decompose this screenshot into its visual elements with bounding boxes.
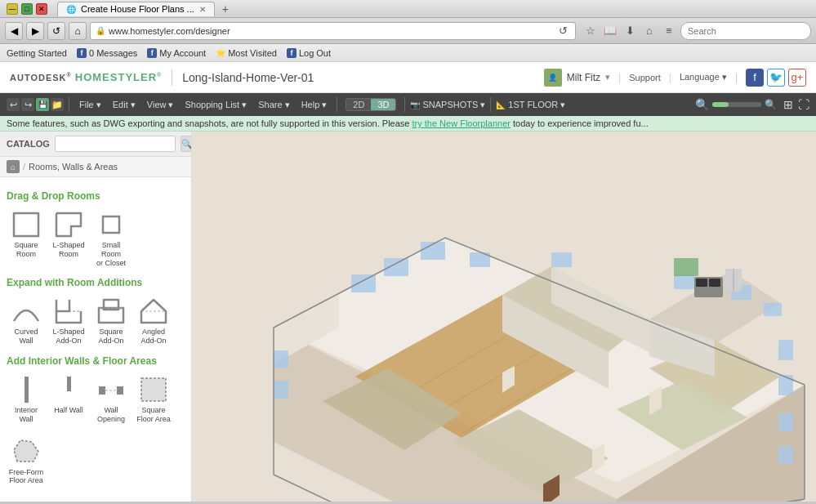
maximize-button[interactable]: □ bbox=[21, 3, 33, 15]
l-shaped-room-item[interactable]: L-ShapedRoom bbox=[49, 207, 88, 270]
save-icon[interactable]: 💾 bbox=[36, 98, 49, 111]
menu-icon[interactable]: ≡ bbox=[661, 23, 677, 39]
reload-icon[interactable]: ↺ bbox=[555, 24, 570, 38]
view-menu[interactable]: View ▾ bbox=[142, 96, 179, 114]
fullscreen-icon[interactable]: ⛶ bbox=[798, 98, 809, 111]
file-menu[interactable]: File ▾ bbox=[74, 96, 106, 114]
url-input[interactable] bbox=[109, 26, 552, 36]
new-tab-button[interactable]: + bbox=[218, 2, 233, 16]
svg-rect-43 bbox=[778, 413, 793, 431]
half-wall-item[interactable]: Half Wall bbox=[49, 372, 88, 427]
canvas-area[interactable] bbox=[192, 132, 816, 502]
search-input[interactable] bbox=[680, 22, 811, 40]
square-addon-shape bbox=[96, 298, 127, 324]
minimize-button[interactable]: — bbox=[7, 3, 18, 15]
zoom-slider[interactable] bbox=[712, 102, 761, 107]
bookmark-getting-started[interactable]: Getting Started bbox=[7, 48, 67, 58]
home-icon[interactable]: ⌂ bbox=[641, 23, 658, 39]
wall-opening-item[interactable]: WallOpening bbox=[91, 372, 131, 427]
notice-text: Some features, such as DWG exporting and… bbox=[7, 118, 412, 128]
forward-button[interactable]: ▶ bbox=[26, 22, 44, 40]
folder-icon[interactable]: 📁 bbox=[51, 98, 64, 111]
refresh-button[interactable]: ↺ bbox=[47, 22, 65, 40]
l-shaped-room-shape bbox=[53, 212, 84, 238]
header-divider bbox=[172, 69, 172, 86]
bookmark-star-icon[interactable]: ☆ bbox=[582, 23, 599, 39]
freeform-grid: Free-FormFloor Area bbox=[7, 434, 185, 489]
fit-screen-icon[interactable]: ⊞ bbox=[783, 98, 793, 111]
download-icon[interactable]: ⬇ bbox=[622, 23, 638, 39]
angled-addon-icon bbox=[137, 297, 170, 326]
logout-label: Log Out bbox=[299, 48, 331, 58]
catalog-header: CATALOG 🔍 bbox=[0, 132, 191, 157]
facebook-share-icon[interactable]: f bbox=[746, 69, 764, 87]
bookmark-most-visited[interactable]: ⭐ Most Visited bbox=[216, 48, 277, 58]
zoom-out-icon[interactable]: 🔍 bbox=[695, 98, 709, 111]
tab-close-icon[interactable]: ✕ bbox=[199, 5, 206, 14]
square-floor-area-item[interactable]: SquareFloor Area bbox=[134, 372, 173, 427]
tab-label: Create House Floor Plans ... bbox=[81, 4, 194, 14]
snapshots-button[interactable]: 📷 SNAPSHOTS ▾ bbox=[410, 100, 485, 110]
2d-view-button[interactable]: 2D bbox=[346, 99, 371, 110]
floor-selector[interactable]: 📐 1ST FLOOR ▾ bbox=[496, 100, 565, 110]
bookmark-logout[interactable]: f Log Out bbox=[287, 48, 331, 58]
redo-icon[interactable]: ↪ bbox=[21, 98, 34, 111]
back-button[interactable]: ◀ bbox=[5, 22, 23, 40]
toolbar-sep-1 bbox=[69, 97, 69, 112]
half-wall-icon bbox=[52, 375, 85, 404]
app-header: AUTODESK® HOMESTYLER® Long-Island-Home-V… bbox=[0, 62, 816, 93]
square-room-item[interactable]: SquareRoom bbox=[7, 207, 46, 270]
catalog-search-input[interactable] bbox=[55, 136, 176, 152]
view-toggle: 2D 3D bbox=[346, 98, 396, 111]
angled-addon-item[interactable]: AngledAdd-On bbox=[134, 293, 173, 349]
shopping-list-menu[interactable]: Shopping List ▾ bbox=[181, 96, 252, 114]
svg-rect-33 bbox=[351, 274, 376, 292]
drag-drop-rooms-grid: SquareRoom L-ShapedRoom bbox=[7, 207, 185, 270]
wall-opening-label: WallOpening bbox=[97, 406, 125, 424]
most-visited-label: Most Visited bbox=[228, 48, 277, 58]
share-menu[interactable]: Share ▾ bbox=[253, 96, 294, 114]
browser-action-icons: ☆ 📖 ⬇ ⌂ ≡ bbox=[582, 23, 677, 39]
reading-list-icon[interactable]: 📖 bbox=[602, 23, 618, 39]
facebook-icon-2: f bbox=[147, 48, 157, 58]
freeform-floor-area-item[interactable]: Free-FormFloor Area bbox=[7, 434, 46, 489]
google-share-icon[interactable]: g+ bbox=[788, 69, 806, 87]
support-link[interactable]: Support bbox=[629, 73, 661, 83]
project-name: Long-Island-Home-Ver-01 bbox=[182, 71, 314, 84]
catalog-search-button[interactable]: 🔍 bbox=[181, 136, 192, 152]
square-addon-item[interactable]: SquareAdd-On bbox=[91, 293, 131, 349]
bookmark-my-account[interactable]: f My Account bbox=[147, 48, 206, 58]
small-room-item[interactable]: Small Roomor Closet bbox=[91, 207, 131, 270]
svg-rect-41 bbox=[778, 340, 793, 360]
browser-titlebar: — □ ✕ 🌐 Create House Floor Plans ... ✕ + bbox=[0, 0, 816, 18]
user-name: Milt Fitz bbox=[567, 72, 600, 83]
section-title-expand: Expand with Room Additions bbox=[7, 277, 185, 288]
toolbar-right: 🔍 🔍 ⊞ ⛶ bbox=[695, 98, 809, 111]
file-controls: ↩ ↪ 💾 📁 bbox=[7, 98, 64, 111]
curved-wall-item[interactable]: Curved Wall bbox=[7, 293, 46, 349]
bookmark-messages[interactable]: f 0 Messages bbox=[77, 48, 137, 58]
language-selector[interactable]: Language ▾ bbox=[680, 72, 727, 83]
home-nav-icon[interactable]: ⌂ bbox=[7, 160, 20, 173]
edit-menu[interactable]: Edit ▾ bbox=[108, 96, 140, 114]
angled-addon-shape bbox=[138, 298, 169, 324]
interior-wall-item[interactable]: InteriorWall bbox=[7, 372, 46, 427]
room-additions-grid: Curved Wall L-ShapedAdd-On bbox=[7, 293, 185, 349]
active-tab[interactable]: 🌐 Create House Floor Plans ... ✕ bbox=[57, 2, 215, 16]
breadcrumb-rooms: Rooms, Walls & Areas bbox=[29, 162, 118, 172]
freeform-floor-area-icon bbox=[10, 437, 42, 466]
main-layout: CATALOG 🔍 ⌂ / Rooms, Walls & Areas Drag … bbox=[0, 132, 816, 502]
l-shaped-addon-item[interactable]: L-ShapedAdd-On bbox=[49, 293, 88, 349]
help-menu[interactable]: Help ▾ bbox=[297, 96, 332, 114]
3d-view-button[interactable]: 3D bbox=[371, 99, 395, 110]
header-right: 👤 Milt Fitz ▾ | Support | Language ▾ | f… bbox=[544, 69, 806, 87]
svg-rect-42 bbox=[778, 375, 793, 395]
twitter-share-icon[interactable]: 🐦 bbox=[767, 69, 785, 87]
close-button[interactable]: ✕ bbox=[36, 3, 47, 15]
small-room-label: Small Roomor Closet bbox=[93, 241, 129, 267]
notice-link[interactable]: try the New Floorplanner bbox=[412, 118, 510, 128]
home-button[interactable]: ⌂ bbox=[69, 22, 87, 40]
undo-icon[interactable]: ↩ bbox=[7, 98, 20, 111]
curved-wall-icon bbox=[10, 297, 42, 326]
zoom-in-icon[interactable]: 🔍 bbox=[765, 99, 777, 110]
